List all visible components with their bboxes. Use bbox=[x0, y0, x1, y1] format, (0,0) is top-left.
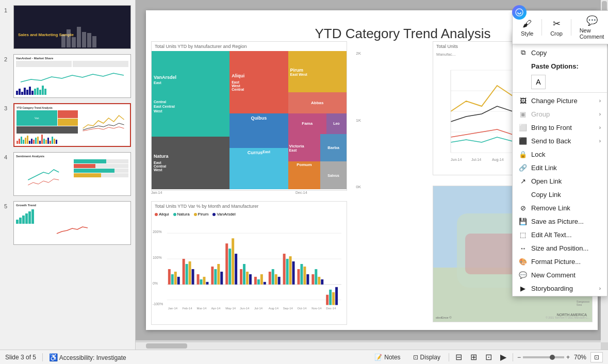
slide-thumb-4[interactable]: 4 Sentiment Analysis bbox=[3, 151, 132, 197]
svg-rect-49 bbox=[269, 272, 271, 285]
status-left: Slide 3 of 5 ♿ Accessibility: Investigat… bbox=[5, 353, 362, 361]
crop-button[interactable]: ✂ Crop bbox=[546, 16, 567, 39]
slide-num-3: 3 bbox=[4, 105, 11, 111]
slide-img-1[interactable]: Sales and Marketing Sample bbox=[13, 5, 131, 49]
slide-thumb-3[interactable]: 3 YTD Category Trend Analysis Van bbox=[3, 102, 132, 148]
main-area: 1 Sales and Marketing Sample bbox=[0, 0, 608, 350]
svg-rect-47 bbox=[260, 274, 263, 285]
slide-show-button[interactable]: ▶ bbox=[498, 351, 508, 363]
svg-text:-100%: -100% bbox=[153, 302, 163, 306]
display-button[interactable]: ⊡ Display bbox=[409, 353, 445, 362]
chart-x-label-dec: Dec-14 bbox=[295, 191, 307, 194]
slide-img-2[interactable]: VanArdsel - Market Share bbox=[13, 54, 131, 98]
menu-item-copy-link[interactable]: Copy Link bbox=[513, 188, 607, 201]
slide-panel: 1 Sales and Marketing Sample bbox=[0, 0, 136, 350]
menu-item-open-link[interactable]: ↗ Open Link bbox=[513, 174, 607, 188]
slide1-bars bbox=[60, 31, 130, 48]
treemap-cell-natura: Natura East Central West bbox=[152, 137, 229, 190]
menu-item-storyboarding[interactable]: ▶ Storyboarding › bbox=[513, 282, 607, 295]
menu-item-size-position[interactable]: ↔ Size and Position... bbox=[513, 241, 607, 255]
reading-view-button[interactable]: ⊡ bbox=[483, 351, 494, 363]
svg-rect-24 bbox=[177, 277, 180, 285]
menu-item-edit-alt-text[interactable]: ⬚ Edit Alt Text... bbox=[513, 228, 607, 241]
slide-img-3[interactable]: YTD Category Trend Analysis Van bbox=[13, 103, 131, 147]
svg-rect-27 bbox=[189, 261, 191, 285]
save-picture-icon: 💾 bbox=[519, 217, 527, 225]
status-divider-3 bbox=[513, 353, 513, 361]
fit-button[interactable]: ⊡ bbox=[590, 352, 603, 362]
slide-sorter-button[interactable]: ⊞ bbox=[468, 351, 479, 363]
zoom-slider[interactable] bbox=[523, 356, 564, 358]
slide-img-5[interactable]: Growth Trend bbox=[13, 201, 131, 245]
paste-button-a[interactable]: A bbox=[531, 75, 546, 89]
normal-view-button[interactable]: ⊟ bbox=[453, 351, 464, 363]
zoom-control[interactable]: − + 70% bbox=[517, 354, 586, 361]
menu-item-paste-label: Paste Options: bbox=[513, 59, 607, 73]
treemap-cell-aliqui: Aliqui East West Central bbox=[229, 51, 288, 113]
svg-rect-30 bbox=[200, 279, 203, 285]
slide-num-5: 5 bbox=[4, 203, 11, 209]
open-link-label: Open Link bbox=[531, 177, 562, 185]
treemap-chart[interactable]: Total Units YTD by Manufacturer and Regi… bbox=[151, 41, 347, 191]
slide-thumb-2[interactable]: 2 VanArdsel - Market Share bbox=[3, 53, 132, 99]
menu-item-bring-to-front[interactable]: ⬜ Bring to Front › bbox=[513, 121, 607, 134]
svg-text:100%: 100% bbox=[153, 256, 162, 259]
svg-text:May-14: May-14 bbox=[225, 307, 236, 310]
treemap-cell-pomum: Pomum bbox=[288, 161, 321, 189]
menu-item-new-comment[interactable]: 💬 New Comment bbox=[513, 268, 607, 282]
menu-item-send-to-back[interactable]: ⬛ Send to Back › bbox=[513, 134, 607, 147]
menu-item-lock[interactable]: 🔒 Lock bbox=[513, 147, 607, 161]
svg-text:Feb-14: Feb-14 bbox=[183, 307, 193, 310]
new-comment-toolbar-button[interactable]: 💬 New Comment bbox=[576, 13, 608, 42]
menu-item-remove-link[interactable]: ⊘ Remove Link bbox=[513, 201, 607, 214]
svg-rect-62 bbox=[315, 269, 317, 285]
svg-rect-53 bbox=[283, 254, 286, 285]
zoom-in-icon[interactable]: + bbox=[566, 354, 570, 361]
svg-rect-55 bbox=[289, 256, 292, 285]
svg-rect-50 bbox=[272, 269, 274, 285]
slide-img-4[interactable]: Sentiment Analysis bbox=[13, 152, 131, 196]
zoom-thumb[interactable] bbox=[550, 355, 555, 360]
slide-thumb-1[interactable]: 1 Sales and Marketing Sample bbox=[3, 4, 132, 50]
menu-item-format-picture[interactable]: 🎨 Format Picture... bbox=[513, 255, 607, 268]
copy-link-label: Copy Link bbox=[531, 191, 561, 198]
crop-label: Crop bbox=[550, 30, 563, 37]
slide-info: Slide 3 of 5 bbox=[5, 354, 36, 361]
zoom-out-icon[interactable]: − bbox=[517, 354, 521, 361]
new-comment-toolbar-icon: 💬 bbox=[586, 15, 598, 26]
bar-chart[interactable]: Total Units YTD Var % by Month and Manuf… bbox=[151, 201, 347, 325]
svg-text:Jun-14: Jun-14 bbox=[451, 158, 462, 161]
svg-rect-31 bbox=[203, 277, 205, 285]
accessibility-label: Accessibility: Investigate bbox=[59, 354, 126, 361]
svg-rect-33 bbox=[211, 267, 213, 285]
slide-num-1: 1 bbox=[4, 7, 11, 13]
treemap-cell-leo: Leo bbox=[326, 113, 347, 134]
svg-rect-56 bbox=[292, 261, 295, 285]
status-divider-2 bbox=[449, 353, 449, 361]
svg-rect-66 bbox=[329, 290, 332, 305]
slide-thumb-5[interactable]: 5 Growth Trend bbox=[3, 200, 132, 246]
bring-front-arrow: › bbox=[599, 125, 601, 130]
storyboarding-icon: ▶ bbox=[519, 284, 527, 292]
svg-rect-58 bbox=[300, 264, 303, 285]
menu-item-group[interactable]: ▣ Group › bbox=[513, 107, 607, 121]
new-comment-icon: 💬 bbox=[519, 271, 527, 279]
svg-rect-60 bbox=[306, 274, 309, 285]
scroll-thumb-h[interactable] bbox=[146, 343, 187, 349]
size-position-label: Size and Position... bbox=[531, 244, 588, 252]
storyboarding-arrow: › bbox=[599, 286, 601, 291]
copilot-icon[interactable] bbox=[512, 5, 527, 20]
menu-item-edit-link[interactable]: 🔗 Edit Link bbox=[513, 161, 607, 174]
svg-rect-46 bbox=[257, 279, 260, 285]
slide-scroll-h[interactable] bbox=[136, 342, 601, 350]
paste-options-label: Paste Options: bbox=[531, 62, 579, 70]
accessibility-info: ♿ Accessibility: Investigate bbox=[49, 353, 126, 361]
menu-item-change-picture[interactable]: 🖼 Change Picture › bbox=[513, 94, 607, 107]
svg-rect-29 bbox=[197, 274, 200, 285]
notes-button[interactable]: 📝 Notes bbox=[370, 353, 404, 362]
menu-item-copy[interactable]: ⧉ Copy bbox=[513, 46, 607, 59]
menu-item-save-as-picture[interactable]: 💾 Save as Picture... bbox=[513, 214, 607, 228]
svg-rect-65 bbox=[326, 295, 328, 305]
treemap-cell-abbas: Abbas bbox=[288, 92, 347, 113]
treemap-cell-vanardsel: VanArsdel East Central East Central West bbox=[152, 51, 229, 137]
